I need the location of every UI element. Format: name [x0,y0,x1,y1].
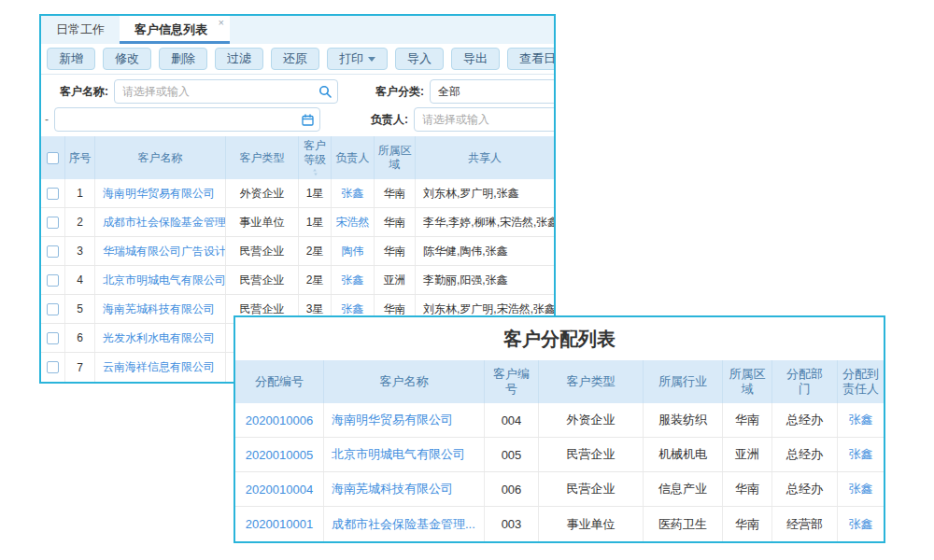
table-row[interactable]: 3 华瑞城有限公司广告设计部 民营企业 2星 陶伟 华南 陈华健,陶伟,张鑫 [41,237,554,266]
cell-shared: 陈华健,陶伟,张鑫 [416,237,554,265]
row-checkbox[interactable] [47,274,59,287]
cell-customer-name[interactable]: 成都市社会保险基金管理... [95,208,226,236]
cell-alloc-no[interactable]: 2020010005 [235,438,324,471]
row-checkbox[interactable] [47,217,59,229]
customer-name-input[interactable] [114,79,338,104]
cell-owner[interactable]: 张鑫 [332,266,375,294]
cell-seq: 6 [65,324,95,352]
cell-assignee[interactable]: 张鑫 [838,438,884,471]
cell-type: 事业单位 [226,208,299,236]
allocation-row[interactable]: 2020010006 海南明华贸易有限公司 004 外资企业 服装纺织 华南 总… [235,403,884,438]
print-button[interactable]: 打印 [327,48,388,70]
cell-region: 亚洲 [723,438,772,471]
cell-owner[interactable]: 宋浩然 [332,208,375,236]
cell-customer-no: 004 [485,403,539,437]
cell-dept: 总经办 [772,403,838,437]
cell-type: 外资企业 [226,179,299,207]
cell-grade: 1星 [299,208,332,236]
header-grade[interactable]: 客户等级 [299,136,332,179]
allocation-row[interactable]: 2020010005 北京市明城电气有限公司 005 民营企业 机械机电 亚洲 … [235,438,884,472]
cell-seq: 5 [65,295,95,323]
edit-button[interactable]: 修改 [103,48,151,70]
cell-customer-name[interactable]: 光发水利水电有限公司 [95,324,226,352]
cell-type: 民营企业 [226,266,299,294]
owner-input[interactable] [414,107,556,132]
cell-assignee[interactable]: 张鑫 [838,472,884,506]
cell-alloc-no[interactable]: 2020010001 [235,507,324,541]
sort-icon[interactable] [311,168,319,176]
cell-seq: 2 [65,208,95,236]
header-owner[interactable]: 负责人 [332,136,375,179]
cell-customer-type: 民营企业 [539,438,644,471]
cell-customer-name[interactable]: 成都市社会保险基金管理... [324,507,485,541]
row-checkbox[interactable] [47,245,59,258]
header-region[interactable]: 所属区域 [723,360,772,403]
header-industry[interactable]: 所属行业 [644,360,723,403]
cell-customer-name[interactable]: 海南芜城科技有限公司 [324,472,485,506]
allocation-table-header: 分配编号 客户名称 客户编号 客户类型 所属行业 所属区域 分配部门 分配到责任… [235,360,884,403]
filter-area: 客户名称: 客户分类: - 负责人: [41,75,554,136]
cell-customer-name[interactable]: 海南明华贸易有限公司 [95,179,226,207]
allocation-panel: 客户分配列表 分配编号 客户名称 客户编号 客户类型 所属行业 所属区域 分配部… [234,315,885,543]
cell-assignee[interactable]: 张鑫 [838,507,884,541]
header-seq[interactable]: 序号 [65,136,95,179]
cell-owner[interactable]: 陶伟 [332,237,375,265]
select-all-checkbox[interactable] [47,152,59,164]
header-customer-no[interactable]: 客户编号 [485,360,539,403]
restore-button[interactable]: 还原 [271,48,319,70]
table-row[interactable]: 1 海南明华贸易有限公司 外资企业 1星 张鑫 华南 刘东林,罗广明,张鑫 [41,179,554,208]
table-row[interactable]: 2 成都市社会保险基金管理... 事业单位 1星 宋浩然 华南 李华,李婷,柳琳… [41,208,554,237]
cell-owner[interactable]: 张鑫 [332,179,375,207]
cell-customer-name[interactable]: 北京市明城电气有限公司 [95,266,226,294]
view-log-button[interactable]: 查看日志 [507,48,556,70]
cell-customer-name[interactable]: 海南明华贸易有限公司 [324,403,485,437]
customer-name-label: 客户名称: [60,84,108,100]
header-shared[interactable]: 共享人 [416,136,554,179]
cell-customer-name[interactable]: 云南海祥信息有限公司 [95,353,226,382]
cell-alloc-no[interactable]: 2020010006 [235,403,324,437]
import-button[interactable]: 导入 [395,48,444,70]
header-name[interactable]: 客户名称 [95,136,226,179]
tab-daily-work[interactable]: 日常工作 [41,16,120,44]
row-checkbox[interactable] [47,332,59,344]
tab-close-icon[interactable]: × [219,17,224,28]
row-checkbox[interactable] [47,361,59,373]
filter-button[interactable]: 过滤 [215,48,263,70]
cell-customer-name[interactable]: 北京市明城电气有限公司 [324,438,485,471]
cell-region: 华南 [375,208,416,236]
header-type[interactable]: 客户类型 [226,136,299,179]
header-customer-name[interactable]: 客户名称 [324,360,485,403]
allocation-row[interactable]: 2020010004 海南芜城科技有限公司 006 民营企业 信息产业 华南 总… [235,472,884,507]
header-assignee[interactable]: 分配到责任人 [838,360,884,403]
row-checkbox[interactable] [47,303,59,315]
header-customer-type[interactable]: 客户类型 [539,360,644,403]
customer-category-label: 客户分类: [375,84,424,100]
header-region[interactable]: 所属区域 [375,136,416,179]
calendar-icon[interactable] [302,114,314,126]
cell-alloc-no[interactable]: 2020010004 [235,472,324,506]
date-input[interactable] [54,107,320,132]
cell-industry: 服装纺织 [644,403,723,437]
cell-dept: 经营部 [772,507,838,541]
cell-grade: 2星 [299,266,332,294]
active-tab-underline [120,41,230,44]
tab-customer-list[interactable]: 客户信息列表 × [120,16,230,44]
allocation-row[interactable]: 2020010001 成都市社会保险基金管理... 003 事业单位 医药卫生 … [235,507,884,541]
cell-customer-name[interactable]: 海南芜城科技有限公司 [95,295,226,323]
cell-customer-no: 003 [485,507,539,541]
cell-customer-no: 005 [485,438,539,471]
table-row[interactable]: 4 北京市明城电气有限公司 民营企业 2星 张鑫 亚洲 李勤丽,阳强,张鑫 [41,266,554,295]
tab-customer-list-label: 客户信息列表 [134,21,207,38]
add-button[interactable]: 新增 [47,48,95,70]
cell-region: 华南 [723,403,772,437]
header-dept[interactable]: 分配部门 [772,360,838,403]
export-button[interactable]: 导出 [451,48,500,70]
allocation-title: 客户分配列表 [235,317,884,360]
cell-assignee[interactable]: 张鑫 [838,403,884,437]
cell-customer-name[interactable]: 华瑞城有限公司广告设计部 [95,237,226,265]
row-checkbox[interactable] [47,188,59,200]
delete-button[interactable]: 删除 [159,48,207,70]
search-icon[interactable] [318,85,332,98]
header-alloc-no[interactable]: 分配编号 [235,360,324,403]
customer-category-select[interactable] [430,79,556,104]
